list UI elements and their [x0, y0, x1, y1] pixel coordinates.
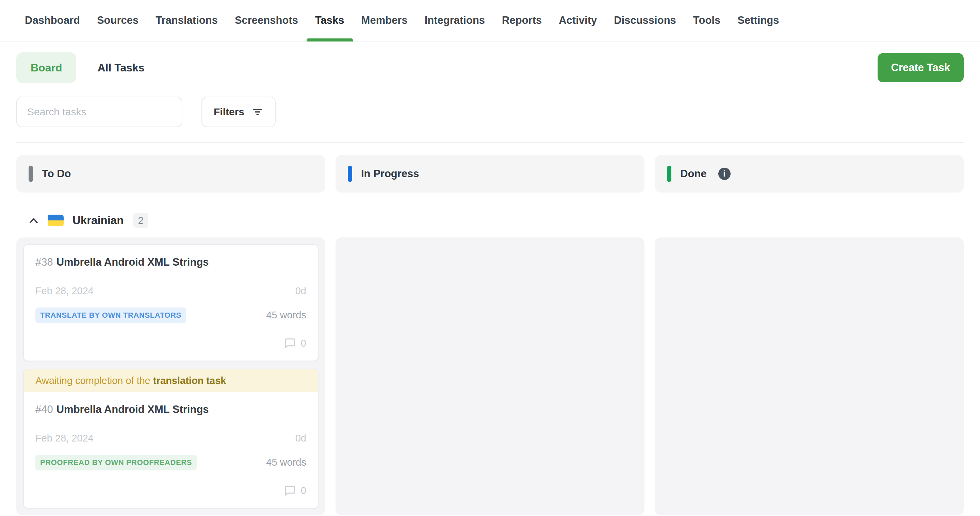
task-title: Umbrella Android XML Strings: [56, 256, 209, 268]
task-date: Feb 28, 2024: [35, 286, 94, 297]
task-date: Feb 28, 2024: [35, 433, 94, 444]
task-meta-row: Feb 28, 2024 0d: [35, 286, 306, 297]
column-header-todo: To Do: [16, 155, 325, 192]
task-board: #38Umbrella Android XML Strings Feb 28, …: [16, 237, 964, 510]
column-done: [655, 237, 964, 515]
all-tasks-link[interactable]: All Tasks: [97, 62, 144, 74]
collapse-chevron-icon[interactable]: [29, 217, 39, 224]
filters-button-label: Filters: [214, 106, 244, 118]
language-group-header: Ukrainian 2: [16, 213, 964, 228]
workflow-badge: PROOFREAD BY OWN PROOFREADERS: [35, 455, 197, 470]
task-footer: 0: [35, 337, 306, 350]
comment-icon: [284, 485, 296, 497]
nav-item-reports[interactable]: Reports: [493, 0, 550, 41]
column-header-label: In Progress: [361, 168, 419, 180]
tasks-page: Board All Tasks Create Task Filters To D…: [0, 52, 980, 510]
todo-status-bar: [29, 166, 33, 182]
task-count-badge: 2: [133, 213, 148, 228]
nav-item-screenshots[interactable]: Screenshots: [226, 0, 307, 41]
top-nav: Dashboard Sources Translations Screensho…: [0, 0, 980, 41]
nav-item-dashboard[interactable]: Dashboard: [16, 0, 89, 41]
nav-item-integrations[interactable]: Integrations: [416, 0, 493, 41]
task-due: 0d: [295, 433, 306, 444]
column-header-done: Done i: [655, 155, 964, 192]
nav-item-discussions[interactable]: Discussions: [605, 0, 685, 41]
search-input[interactable]: [16, 97, 182, 127]
nav-item-activity[interactable]: Activity: [550, 0, 605, 41]
task-title-row: #40Umbrella Android XML Strings: [35, 403, 306, 416]
filter-lines-icon: [252, 106, 263, 118]
nav-item-translations[interactable]: Translations: [147, 0, 226, 41]
task-due: 0d: [295, 286, 306, 297]
language-group-name: Ukrainian: [73, 214, 124, 227]
banner-emphasis: translation task: [153, 375, 226, 386]
column-header-label: To Do: [42, 168, 71, 180]
task-badge-row: TRANSLATE BY OWN TRANSLATORS 45 words: [35, 308, 306, 323]
filter-bar: Filters: [16, 97, 964, 127]
column-todo: #38Umbrella Android XML Strings Feb 28, …: [16, 237, 325, 515]
nav-item-settings[interactable]: Settings: [729, 0, 788, 41]
task-meta-row: Feb 28, 2024 0d: [35, 433, 306, 444]
task-card[interactable]: #38Umbrella Android XML Strings Feb 28, …: [23, 244, 318, 361]
comment-count: 0: [301, 485, 306, 496]
task-title-row: #38Umbrella Android XML Strings: [35, 256, 306, 269]
create-task-button[interactable]: Create Task: [878, 53, 964, 82]
task-word-count: 45 words: [266, 310, 306, 321]
ukraine-flag-icon: [48, 214, 64, 226]
task-footer: 0: [35, 485, 306, 497]
nav-item-sources[interactable]: Sources: [89, 0, 147, 41]
task-id: #40: [35, 403, 53, 415]
task-card[interactable]: Awaiting completion of the translation t…: [23, 369, 318, 508]
task-word-count: 45 words: [266, 457, 306, 468]
task-id: #38: [35, 256, 53, 268]
comment-icon: [284, 337, 296, 350]
column-header-label: Done: [680, 168, 707, 180]
done-status-bar: [667, 166, 671, 182]
nav-item-members[interactable]: Members: [353, 0, 416, 41]
task-card-body: #40Umbrella Android XML Strings Feb 28, …: [24, 392, 318, 508]
info-icon[interactable]: i: [718, 168, 730, 180]
filters-button[interactable]: Filters: [202, 97, 275, 127]
banner-text: Awaiting completion of the: [35, 375, 153, 386]
comment-count: 0: [301, 338, 306, 349]
nav-item-tasks[interactable]: Tasks: [307, 0, 353, 41]
column-in-progress: [336, 237, 644, 515]
nav-item-tools[interactable]: Tools: [685, 0, 729, 41]
board-view-button[interactable]: Board: [16, 52, 76, 83]
task-badge-row: PROOFREAD BY OWN PROOFREADERS 45 words: [35, 455, 306, 470]
board-column-headers: To Do In Progress Done i: [16, 155, 964, 192]
view-toolbar: Board All Tasks Create Task: [16, 52, 964, 83]
task-title: Umbrella Android XML Strings: [56, 403, 209, 415]
awaiting-banner: Awaiting completion of the translation t…: [24, 369, 318, 392]
workflow-badge: TRANSLATE BY OWN TRANSLATORS: [35, 308, 186, 323]
column-header-in-progress: In Progress: [336, 155, 644, 192]
in-progress-status-bar: [348, 166, 352, 182]
toolbar-divider: [16, 142, 964, 143]
